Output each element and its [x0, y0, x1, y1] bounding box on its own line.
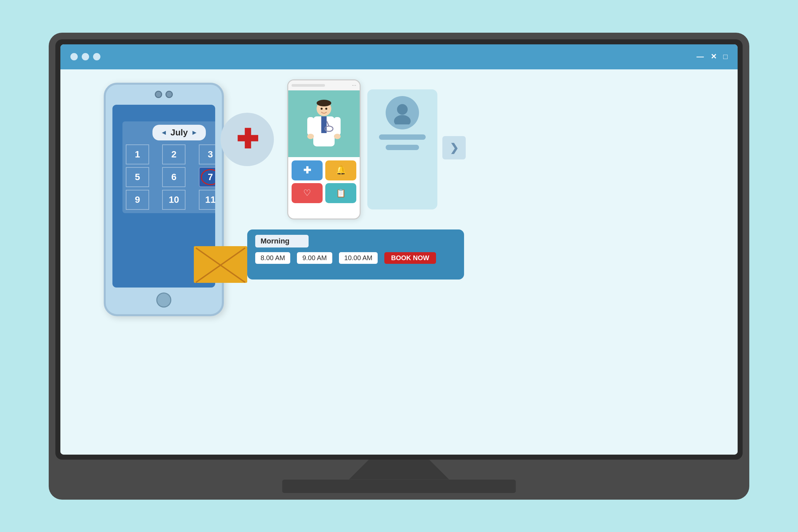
svg-point-1	[317, 100, 331, 107]
svg-point-13	[394, 115, 411, 125]
cal-day-6[interactable]: 6	[162, 167, 186, 187]
window-controls[interactable]: — ✕ □	[697, 52, 728, 61]
doctor-svg	[304, 97, 344, 157]
dot-green	[93, 53, 100, 60]
alarm-button[interactable]: 🔔	[325, 160, 356, 180]
medical-plus-icon: ✚	[303, 165, 311, 176]
phone-camera-left	[155, 91, 162, 98]
calendar-header: ◄ July ►	[126, 125, 215, 140]
svg-point-11	[325, 108, 327, 110]
cal-day-1[interactable]: 1	[126, 145, 149, 165]
heartrate-button[interactable]: ♡	[291, 183, 323, 203]
maximize-button[interactable]: □	[723, 52, 728, 61]
svg-rect-7	[334, 117, 341, 135]
monitor-stand	[349, 460, 449, 480]
monitor-screen: — ✕ □	[60, 44, 738, 455]
next-month-arrow[interactable]: ►	[191, 129, 198, 136]
svg-point-10	[321, 108, 323, 110]
minimize-button[interactable]: —	[697, 52, 704, 61]
month-selector[interactable]: ◄ July ►	[152, 125, 206, 140]
booking-panel: Morning 8.00 AM 9.00 AM 10.00 AM BOOK NO…	[247, 229, 464, 280]
cal-day-11[interactable]: 11	[199, 190, 215, 210]
envelope-x-lines	[194, 246, 247, 283]
svg-point-12	[397, 104, 408, 115]
phone-camera-right	[166, 91, 173, 98]
calendar: ◄ July ► 1 2 3 5	[122, 121, 215, 213]
calendar-grid: 1 2 3 5 6 7 9 10 11	[126, 145, 215, 210]
envelope	[194, 246, 247, 283]
phone-device: ◄ July ► 1 2 3 5	[87, 83, 227, 336]
cal-day-7[interactable]: 7	[199, 167, 215, 187]
month-label: July	[170, 128, 188, 138]
cal-day-10[interactable]: 10	[162, 190, 186, 210]
monitor-bezel: — ✕ □	[55, 39, 743, 460]
dot-yellow	[82, 53, 89, 60]
svg-point-8	[307, 134, 314, 139]
monitor: — ✕ □	[49, 33, 749, 500]
doctor-phone-card: ···	[287, 79, 361, 220]
profile-avatar	[386, 96, 419, 129]
cal-day-9[interactable]: 9	[126, 190, 149, 210]
cross-bubble: ✚	[221, 113, 274, 166]
profile-card	[367, 89, 437, 209]
doctor-icons-grid: ✚ 🔔 ♡ 📋	[288, 157, 360, 207]
alarm-icon: 🔔	[336, 165, 346, 175]
time-slot-8am[interactable]: 8.00 AM	[255, 252, 290, 264]
topbar-line	[291, 84, 325, 87]
document-button[interactable]: 📋	[325, 183, 356, 203]
window-dots	[70, 53, 100, 60]
svg-rect-6	[307, 117, 314, 135]
topbar-dots: ···	[352, 82, 356, 89]
close-button[interactable]: ✕	[710, 52, 717, 61]
doctor-image-area	[288, 90, 360, 157]
next-arrow-button[interactable]: ❯	[442, 136, 466, 159]
cal-day-5[interactable]: 5	[126, 167, 149, 187]
book-now-button[interactable]: BOOK NOW	[384, 252, 436, 264]
cal-day-2[interactable]: 2	[162, 145, 186, 165]
morning-label: Morning	[255, 235, 309, 247]
profile-name-line	[379, 134, 426, 140]
envelope-body	[194, 246, 247, 283]
dot-red	[70, 53, 78, 60]
heartrate-icon: ♡	[303, 188, 311, 198]
document-icon: 📋	[336, 188, 346, 198]
avatar-icon	[391, 101, 414, 125]
cal-day-3[interactable]: 3	[199, 145, 215, 165]
time-slot-9am[interactable]: 9.00 AM	[297, 252, 332, 264]
phone-home-button[interactable]	[156, 292, 171, 307]
prev-month-arrow[interactable]: ◄	[160, 129, 167, 136]
svg-point-9	[334, 134, 341, 139]
phone-camera-area	[155, 91, 173, 98]
content-area: ◄ July ► 1 2 3 5	[60, 69, 738, 455]
profile-detail-line	[386, 145, 419, 150]
time-slot-10am[interactable]: 10.00 AM	[339, 252, 378, 264]
time-slots: 8.00 AM 9.00 AM 10.00 AM BOOK NOW	[255, 252, 456, 264]
monitor-base	[282, 480, 516, 493]
medical-plus-button[interactable]: ✚	[291, 160, 323, 180]
red-cross-icon: ✚	[236, 126, 259, 153]
title-bar: — ✕ □	[60, 44, 738, 69]
doctor-phone-topbar: ···	[288, 80, 360, 90]
